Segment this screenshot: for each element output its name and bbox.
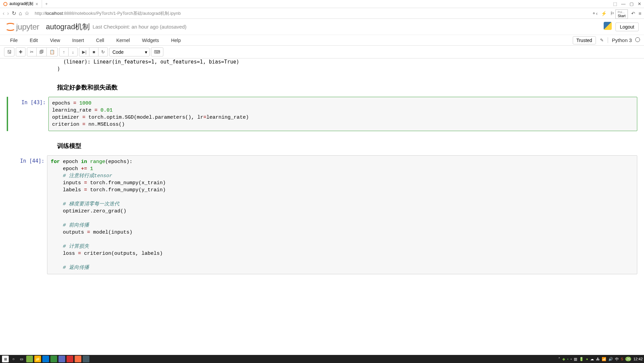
- notebook-name[interactable]: autograd机制: [46, 22, 90, 32]
- tab-close-icon[interactable]: ×: [35, 1, 38, 7]
- tab-title: autograd机制: [9, 1, 33, 7]
- new-tab-button[interactable]: +: [42, 1, 51, 6]
- window-maximize-icon[interactable]: ▢: [630, 1, 634, 6]
- move-up-button[interactable]: ↑: [59, 47, 69, 56]
- browser-toolbar: ‹ › ↻ ⌂ ☆ http://localhost:8888/notebook…: [0, 8, 644, 19]
- menu-help[interactable]: Help: [165, 36, 187, 45]
- undo-icon[interactable]: ↶: [631, 11, 635, 16]
- browser-tab-active[interactable]: autograd机制 ×: [0, 0, 42, 8]
- paste-button[interactable]: 📋: [46, 47, 58, 56]
- code-cell-44[interactable]: In [44]: for epoch in range(epochs): epo…: [7, 155, 637, 274]
- menu-icon[interactable]: ≡: [639, 11, 641, 16]
- favorite-icon[interactable]: ☆: [25, 10, 29, 16]
- menu-widgets[interactable]: Widgets: [136, 36, 165, 45]
- jupyter-header: jupyter autograd机制 Last Checkpoint: an h…: [0, 19, 644, 35]
- kernel-name[interactable]: Python 3: [608, 37, 640, 43]
- home-icon[interactable]: ⌂: [19, 10, 22, 16]
- copy-button[interactable]: 🗐: [36, 47, 47, 56]
- cell-type-select[interactable]: Code: [109, 48, 150, 56]
- jupyter-logo[interactable]: jupyter: [5, 22, 39, 32]
- input-prompt: In [44]:: [7, 155, 47, 274]
- output-text: (linear): Linear(in_features=1, out_feat…: [57, 58, 637, 73]
- kernel-indicator-icon: [635, 37, 640, 42]
- start-button-overlay[interactable]: Poi... Start: [615, 9, 628, 19]
- menu-cell[interactable]: Cell: [90, 36, 110, 45]
- address-bar[interactable]: http://localhost:8888/notebooks/PyTorch/…: [32, 10, 589, 16]
- menubar: File Edit View Insert Cell Kernel Widget…: [0, 35, 644, 46]
- window-close-icon[interactable]: ✕: [638, 1, 641, 6]
- run-button[interactable]: ▶|: [79, 47, 89, 56]
- jupyter-favicon: [3, 2, 7, 6]
- cut-button[interactable]: ✂: [27, 47, 37, 56]
- refresh-icon[interactable]: ↻: [12, 10, 16, 16]
- browser-tabs: autograd机制 × + ⬚ — ▢ ✕: [0, 0, 644, 8]
- restart-button[interactable]: ↻: [98, 47, 108, 56]
- python-logo-icon: [604, 22, 612, 32]
- edit-icon[interactable]: ✎: [600, 38, 604, 43]
- bolt-icon[interactable]: ⚡: [601, 11, 607, 16]
- stop-button[interactable]: ■: [89, 47, 98, 56]
- toolbar: 🖫 ✚ ✂ 🗐 📋 ↑ ↓ ▶| ■ ↻ Code ⌨: [0, 46, 644, 58]
- menu-edit[interactable]: Edit: [24, 36, 44, 45]
- code-input[interactable]: for epoch in range(epochs): epoch += 1 #…: [47, 155, 637, 274]
- command-palette-button[interactable]: ⌨: [151, 47, 163, 56]
- menu-view[interactable]: View: [44, 36, 66, 45]
- window-minimize-icon[interactable]: —: [621, 1, 626, 6]
- menu-file[interactable]: File: [4, 36, 24, 45]
- markdown-heading-1[interactable]: 指定好参数和损失函数: [57, 83, 637, 91]
- move-down-button[interactable]: ↓: [68, 47, 78, 56]
- markdown-heading-2[interactable]: 训练模型: [57, 142, 637, 150]
- input-prompt: In [43]:: [8, 97, 48, 131]
- browser-back-icon[interactable]: ‹: [3, 10, 4, 16]
- menu-kernel[interactable]: Kernel: [110, 36, 136, 45]
- trusted-indicator[interactable]: Trusted: [573, 36, 596, 44]
- checkpoint-status: Last Checkpoint: an hour ago (autosaved): [92, 24, 186, 30]
- notebook-container[interactable]: (linear): Linear(in_features=1, out_feat…: [0, 58, 644, 355]
- menu-insert[interactable]: Insert: [66, 36, 90, 45]
- extension-icon[interactable]: ⬚: [613, 1, 617, 6]
- code-input[interactable]: epochs = 1000 learning_rate = 0.01 optim…: [48, 97, 637, 131]
- save-button[interactable]: 🖫: [4, 47, 14, 56]
- share-icon[interactable]: ⚬‹: [592, 11, 598, 16]
- add-cell-button[interactable]: ✚: [16, 47, 26, 56]
- code-cell-43[interactable]: In [43]: epochs = 1000 learning_rate = 0…: [7, 97, 637, 131]
- browser-forward-icon[interactable]: ›: [7, 10, 9, 16]
- logout-button[interactable]: Logout: [615, 23, 639, 31]
- translate-icon[interactable]: 🏳: [610, 11, 615, 16]
